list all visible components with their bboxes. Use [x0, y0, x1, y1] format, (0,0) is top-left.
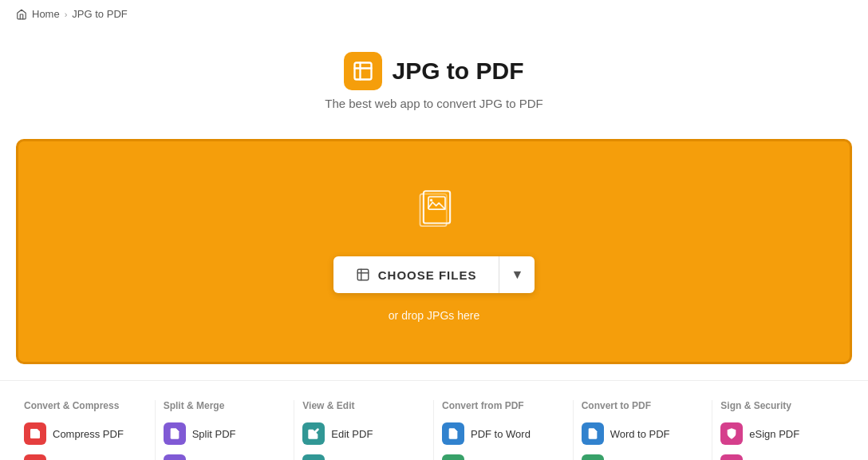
choose-files-button[interactable]: CHOOSE FILES: [333, 256, 499, 293]
page-subtitle: The best web app to convert JPG to PDF: [16, 97, 852, 110]
split-pdf-label: Split PDF: [192, 428, 236, 440]
tool-column-convert-from-pdf: Convert from PDF PDF to Word PDF to Exce…: [434, 400, 574, 460]
chevron-down-icon: ▼: [511, 268, 523, 282]
hero-title-row: JPG to PDF: [16, 52, 852, 90]
svg-rect-4: [424, 191, 450, 223]
tool-column-convert-compress: Convert & Compress Compress PDF PDF Conv…: [16, 400, 156, 460]
svg-point-6: [430, 199, 433, 202]
jpg-to-pdf-icon: [344, 52, 382, 90]
tool-column-view-edit: View & Edit Edit PDF PDF Reader: [294, 400, 434, 460]
column-title-split-merge: Split & Merge: [164, 400, 286, 411]
drop-text: or drop JPGs here: [389, 309, 479, 322]
breadcrumb-current: JPG to PDF: [72, 8, 127, 20]
tool-column-convert-to-pdf: Convert to PDF Word to PDF Excel to PDF: [574, 400, 713, 460]
tool-item-split-pdf[interactable]: Split PDF: [164, 422, 286, 445]
tool-item-pdf-converter[interactable]: PDF Converter: [24, 454, 147, 460]
tool-item-pdf-reader[interactable]: PDF Reader: [302, 454, 425, 460]
breadcrumb-separator: ›: [65, 10, 68, 19]
column-title-view-edit: View & Edit: [302, 400, 425, 411]
column-title-convert-to-pdf: Convert to PDF: [582, 400, 704, 411]
choose-files-dropdown-button[interactable]: ▼: [499, 256, 535, 293]
tool-item-pdf-to-excel[interactable]: PDF to Excel: [442, 454, 565, 460]
choose-files-icon: [356, 268, 370, 282]
tool-item-pdf-to-word[interactable]: PDF to Word: [442, 422, 565, 445]
merge-pdf-icon: [164, 454, 186, 460]
tool-item-unlock-pdf[interactable]: Unlock PDF: [720, 454, 844, 460]
pdf-to-word-label: PDF to Word: [471, 428, 531, 440]
tool-item-esign-pdf[interactable]: eSign PDF: [720, 422, 844, 445]
excel-to-pdf-icon: [582, 454, 604, 460]
unlock-pdf-icon: [720, 454, 743, 460]
word-to-pdf-label: Word to PDF: [610, 428, 670, 440]
edit-pdf-icon: [302, 422, 325, 445]
svg-rect-0: [355, 63, 372, 80]
tool-item-compress-pdf[interactable]: Compress PDF: [24, 422, 147, 445]
breadcrumb: Home › JPG to PDF: [0, 0, 868, 28]
hero-section: JPG to PDF The best web app to convert J…: [0, 28, 868, 139]
home-icon: [16, 9, 27, 20]
dropzone-image-icon: [406, 181, 462, 240]
pdf-to-excel-icon: [442, 454, 464, 460]
tool-column-split-merge: Split & Merge Split PDF Merge PDF: [156, 400, 295, 460]
svg-rect-7: [357, 269, 369, 280]
esign-pdf-label: eSign PDF: [749, 428, 799, 440]
tool-item-word-to-pdf[interactable]: Word to PDF: [582, 422, 704, 445]
column-title-convert-compress: Convert & Compress: [24, 400, 147, 411]
pdf-converter-icon: [24, 454, 46, 460]
tool-item-edit-pdf[interactable]: Edit PDF: [302, 422, 425, 445]
compress-pdf-label: Compress PDF: [53, 428, 124, 440]
pdf-to-word-icon: [442, 422, 464, 445]
dropzone[interactable]: CHOOSE FILES ▼ or drop JPGs here: [16, 139, 852, 364]
edit-pdf-label: Edit PDF: [331, 428, 373, 440]
compress-pdf-icon: [24, 422, 46, 445]
breadcrumb-home-link[interactable]: Home: [32, 8, 60, 20]
word-to-pdf-icon: [582, 422, 604, 445]
choose-files-row: CHOOSE FILES ▼: [333, 256, 535, 293]
split-pdf-icon: [164, 422, 186, 445]
tool-item-merge-pdf[interactable]: Merge PDF: [164, 454, 286, 460]
pdf-reader-icon: [302, 454, 325, 460]
column-title-sign-security: Sign & Security: [720, 400, 844, 411]
tools-section: Convert & Compress Compress PDF PDF Conv…: [0, 380, 868, 460]
esign-pdf-icon: [720, 422, 743, 445]
choose-files-label: CHOOSE FILES: [378, 268, 477, 282]
column-title-convert-from-pdf: Convert from PDF: [442, 400, 565, 411]
page-title: JPG to PDF: [392, 58, 523, 85]
tool-column-sign-security: Sign & Security eSign PDF Unlock PDF: [712, 400, 852, 460]
tool-item-excel-to-pdf[interactable]: Excel to PDF: [582, 454, 704, 460]
tools-grid: Convert & Compress Compress PDF PDF Conv…: [16, 400, 852, 460]
